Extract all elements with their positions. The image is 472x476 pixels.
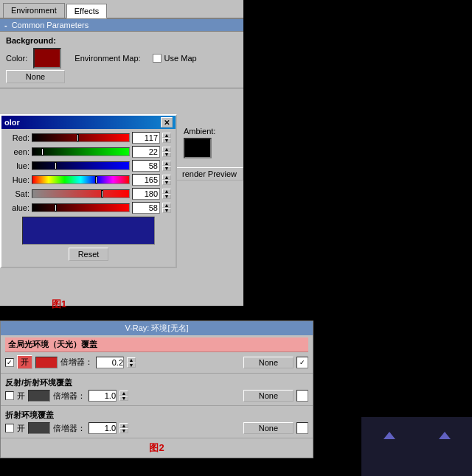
gi-checkbox[interactable]: ✓ xyxy=(5,358,14,367)
sat-gradient[interactable] xyxy=(32,189,130,198)
red-gradient[interactable] xyxy=(32,133,130,142)
text-line4: 不需要光照效果怎么办？ xyxy=(258,150,468,166)
blue-label: lue: xyxy=(6,161,30,170)
tab-environment[interactable]: Environment xyxy=(3,3,65,18)
refraction-up[interactable]: ▲ xyxy=(119,423,128,428)
sat-up[interactable]: ▲ xyxy=(162,189,171,194)
green-spinner[interactable]: ▲ ▼ xyxy=(162,147,171,157)
val-up[interactable]: ▲ xyxy=(162,203,171,208)
common-params-header: - Common Parameters xyxy=(0,18,243,32)
refract-check-right[interactable] xyxy=(296,390,308,402)
text-line2: 还起到光照效果的作用，如 xyxy=(258,114,468,130)
ambient-swatch[interactable] xyxy=(184,138,212,158)
refract-on-label: 开 xyxy=(17,391,25,402)
blue-down[interactable]: ▼ xyxy=(162,166,171,171)
refract-color-swatch[interactable] xyxy=(28,390,50,402)
red-spinner[interactable]: ▲ ▼ xyxy=(162,133,171,143)
refraction-down[interactable]: ▼ xyxy=(119,428,128,433)
ambient-label: Ambient: xyxy=(184,127,215,136)
red-input[interactable] xyxy=(132,132,160,144)
blue-up[interactable]: ▲ xyxy=(162,161,171,166)
refract-down[interactable]: ▼ xyxy=(119,396,128,401)
collapse-btn[interactable]: - xyxy=(4,21,7,29)
hue-row: Hue: ▲ ▼ xyxy=(6,174,171,186)
refract-section: 反射/折射环境覆盖 开 倍增器： ▲ ▼ None xyxy=(1,374,313,406)
green-row: een: ▲ ▼ xyxy=(6,146,171,158)
gi-check-right[interactable]: ✓ xyxy=(296,357,308,368)
dialog-title: olor xyxy=(4,118,20,127)
text-line6: 图2激活时，图1的光照效果就 xyxy=(258,187,468,203)
figure1-label: 图1 xyxy=(52,298,66,311)
refraction-section: 折射环境覆盖 开 倍增器： ▲ ▼ None xyxy=(1,406,313,438)
refract-title: 反射/折射环境覆盖 xyxy=(5,376,308,390)
refraction-color-swatch[interactable] xyxy=(28,422,50,434)
gi-down[interactable]: ▼ xyxy=(127,363,136,368)
background-section: Background: Color: Environment Map: Use … xyxy=(0,32,243,88)
val-spinner[interactable]: ▲ ▼ xyxy=(162,203,171,213)
refract-checkbox[interactable] xyxy=(5,391,14,400)
section-title: Common Parameters xyxy=(12,21,89,29)
refract-multiplier-label: 倍增器： xyxy=(53,391,86,402)
hue-input[interactable] xyxy=(132,174,160,186)
hue-down[interactable]: ▼ xyxy=(162,180,171,185)
background-color-swatch[interactable] xyxy=(33,48,61,69)
sat-input[interactable] xyxy=(132,188,160,200)
triangle-right xyxy=(439,432,451,439)
refraction-check-right[interactable] xyxy=(296,422,308,434)
triangle-left xyxy=(384,432,395,439)
gi-section-header: 全局光环境（天光）覆盖 xyxy=(5,337,308,352)
figure1-area: 图1 xyxy=(52,295,66,311)
figure2-label: 图2 xyxy=(1,438,313,458)
val-label: alue: xyxy=(6,203,30,212)
gi-up[interactable]: ▲ xyxy=(127,357,136,363)
sat-row: Sat: ▲ ▼ xyxy=(6,188,171,200)
gi-spinner[interactable]: ▲ ▼ xyxy=(127,357,136,368)
tab-effects[interactable]: Effects xyxy=(66,4,107,18)
color-preview xyxy=(22,217,154,245)
gi-on-button[interactable]: 开 xyxy=(17,355,32,369)
green-input[interactable] xyxy=(132,146,160,158)
refract-none-button[interactable]: None xyxy=(243,390,294,402)
refraction-checkbox[interactable] xyxy=(5,424,14,433)
refract-up[interactable]: ▲ xyxy=(119,391,128,396)
hue-spinner[interactable]: ▲ ▼ xyxy=(162,175,171,185)
use-map-checkbox[interactable] xyxy=(153,54,162,63)
green-up[interactable]: ▲ xyxy=(162,147,171,152)
refraction-multiplier-label: 倍增器： xyxy=(53,423,86,434)
text-line8: 颜色的作用 xyxy=(258,224,468,239)
red-up[interactable]: ▲ xyxy=(162,133,171,138)
text-line3: 果我们只需要他的背景颜色， xyxy=(258,133,468,148)
refraction-none-button[interactable]: None xyxy=(243,422,294,434)
green-gradient[interactable] xyxy=(32,147,130,156)
gi-title: 全局光环境（天光）覆盖 xyxy=(8,339,97,350)
refract-multiplier-input[interactable] xyxy=(88,390,117,402)
val-gradient[interactable] xyxy=(32,203,130,212)
vray-panel: V-Ray: 环境[无名] 全局光环境（天光）覆盖 ✓ 开 倍增器： ▲ ▼ N… xyxy=(0,321,313,458)
hue-up[interactable]: ▲ xyxy=(162,175,171,180)
gi-color-swatch[interactable] xyxy=(35,357,58,368)
refraction-multiplier-input[interactable] xyxy=(88,422,117,434)
refraction-spinner[interactable]: ▲ ▼ xyxy=(119,423,128,433)
blue-gradient[interactable] xyxy=(32,161,130,170)
gi-none-button[interactable]: None xyxy=(243,357,294,368)
red-down[interactable]: ▼ xyxy=(162,138,171,143)
gi-multiplier-input[interactable] xyxy=(96,357,124,368)
text-line7: 被图2所替代了，只起到背景 xyxy=(258,206,468,221)
val-down[interactable]: ▼ xyxy=(162,208,171,213)
sat-spinner[interactable]: ▲ ▼ xyxy=(162,189,171,199)
text-line1: 图1 控制背景颜色的同时 xyxy=(258,96,468,111)
dialog-close-button[interactable]: ✕ xyxy=(161,117,173,127)
hue-gradient[interactable] xyxy=(32,175,130,184)
green-down[interactable]: ▼ xyxy=(162,152,171,157)
gi-section: 全局光环境（天光）覆盖 ✓ 开 倍增器： ▲ ▼ None ✓ xyxy=(1,335,313,374)
sat-down[interactable]: ▼ xyxy=(162,194,171,199)
reset-button[interactable]: Reset xyxy=(69,248,109,261)
ambient-section: Ambient: xyxy=(181,124,218,161)
val-input[interactable] xyxy=(132,202,160,214)
blue-spinner[interactable]: ▲ ▼ xyxy=(162,161,171,171)
render-preview-button[interactable]: render Preview xyxy=(176,167,243,181)
refract-spinner[interactable]: ▲ ▼ xyxy=(119,391,128,401)
none-button[interactable]: None xyxy=(6,70,65,83)
blue-input[interactable] xyxy=(132,160,160,172)
refraction-row: 开 倍增器： ▲ ▼ None xyxy=(5,422,308,434)
